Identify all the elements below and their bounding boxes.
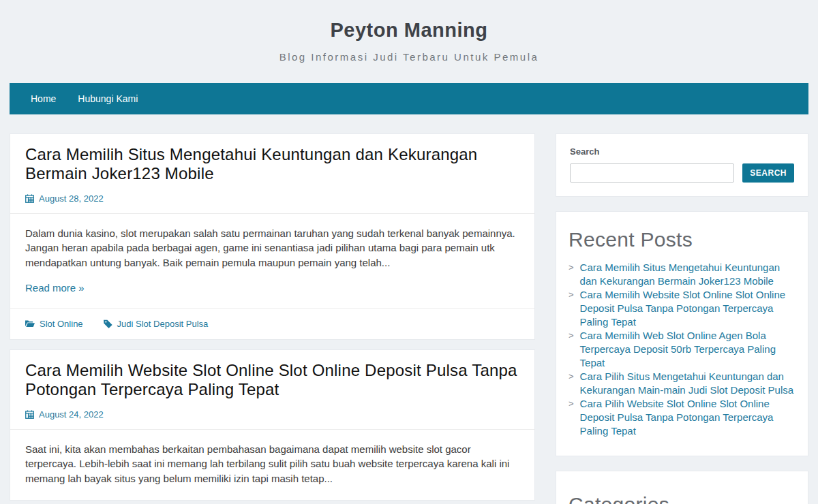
- tag-link[interactable]: Judi Slot Deposit Pulsa: [117, 319, 209, 329]
- post-card: Cara Memilih Situs Mengetahui Keuntungan…: [10, 133, 535, 340]
- site-title[interactable]: Peyton Manning: [0, 19, 818, 42]
- post-date-link[interactable]: August 28, 2022: [39, 193, 104, 204]
- categories-widget: Categories: [556, 471, 808, 504]
- post-date-row: August 24, 2022: [25, 409, 519, 420]
- recent-post-link[interactable]: Cara Memilih Web Slot Online Agen Bola T…: [580, 329, 796, 370]
- list-item: > Cara Memilih Web Slot Online Agen Bola…: [569, 329, 796, 370]
- chevron-right-icon: >: [569, 261, 574, 288]
- main-column: Cara Memilih Situs Mengetahui Keuntungan…: [10, 133, 535, 504]
- list-item: > Cara Pilih Situs Mengetahui Keuntungan…: [569, 370, 796, 397]
- calendar-icon: [25, 194, 34, 203]
- chevron-right-icon: >: [569, 288, 574, 329]
- list-item: > Cara Memilih Website Slot Online Slot …: [569, 288, 796, 329]
- read-more-link[interactable]: Read more »: [25, 282, 85, 294]
- search-widget-title: Search: [570, 146, 794, 157]
- category-meta: Slot Online: [25, 319, 83, 329]
- post-title-link[interactable]: Cara Memilih Situs Mengetahui Keuntungan…: [25, 145, 519, 184]
- categories-title: Categories: [569, 493, 796, 504]
- chevron-right-icon: >: [569, 329, 574, 370]
- sidebar: Search SEARCH Recent Posts > Cara Memili…: [556, 133, 808, 504]
- category-link[interactable]: Slot Online: [40, 319, 83, 329]
- recent-post-link[interactable]: Cara Memilih Situs Mengetahui Keuntungan…: [580, 261, 796, 288]
- calendar-icon: [25, 410, 34, 419]
- content-area: Cara Memilih Situs Mengetahui Keuntungan…: [10, 133, 808, 504]
- search-button[interactable]: SEARCH: [742, 163, 794, 183]
- list-item: > Cara Memilih Situs Mengetahui Keuntung…: [569, 261, 796, 288]
- recent-post-link[interactable]: Cara Pilih Situs Mengetahui Keuntungan d…: [580, 370, 796, 397]
- recent-posts-widget: Recent Posts > Cara Memilih Situs Menget…: [556, 211, 808, 456]
- recent-post-link[interactable]: Cara Pilih Website Slot Online Slot Onli…: [580, 397, 796, 438]
- tag-icon: [104, 319, 112, 328]
- post-body: Dalam dunia kasino, slot merupakan salah…: [10, 214, 534, 308]
- site-header: Peyton Manning Blog Informasi Judi Terba…: [0, 0, 818, 83]
- post-excerpt: Dalam dunia kasino, slot merupakan salah…: [25, 226, 519, 270]
- recent-post-link[interactable]: Cara Memilih Website Slot Online Slot On…: [580, 288, 796, 329]
- post-card: Cara Memilih Website Slot Online Slot On…: [10, 349, 535, 501]
- recent-posts-title: Recent Posts: [569, 228, 796, 251]
- main-nav: Home Hubungi Kami: [10, 83, 808, 114]
- post-header: Cara Memilih Website Slot Online Slot On…: [10, 350, 534, 429]
- nav-item-home[interactable]: Home: [20, 83, 67, 114]
- page: Peyton Manning Blog Informasi Judi Terba…: [0, 0, 818, 504]
- folder-icon: [25, 319, 35, 328]
- search-widget: Search SEARCH: [556, 133, 808, 197]
- nav-item-hubungi-kami[interactable]: Hubungi Kami: [67, 83, 149, 114]
- tag-meta: Judi Slot Deposit Pulsa: [104, 319, 209, 329]
- post-date-row: August 28, 2022: [25, 193, 519, 204]
- site-tagline: Blog Informasi Judi Terbaru Untuk Pemula: [0, 51, 818, 63]
- post-excerpt: Saat ini, kita akan membahas berkaitan p…: [25, 442, 519, 486]
- search-input[interactable]: [570, 163, 734, 183]
- post-footer-meta: Slot Online Judi Slot Deposit Pulsa: [10, 309, 534, 339]
- list-item: > Cara Pilih Website Slot Online Slot On…: [569, 397, 796, 438]
- recent-posts-list: > Cara Memilih Situs Mengetahui Keuntung…: [569, 261, 796, 438]
- post-title-link[interactable]: Cara Memilih Website Slot Online Slot On…: [25, 361, 519, 400]
- post-date-link[interactable]: August 24, 2022: [39, 409, 104, 420]
- chevron-right-icon: >: [569, 370, 574, 397]
- chevron-right-icon: >: [569, 397, 574, 438]
- post-header: Cara Memilih Situs Mengetahui Keuntungan…: [10, 134, 534, 213]
- search-row: SEARCH: [570, 163, 794, 183]
- post-body: Saat ini, kita akan membahas berkaitan p…: [10, 430, 534, 500]
